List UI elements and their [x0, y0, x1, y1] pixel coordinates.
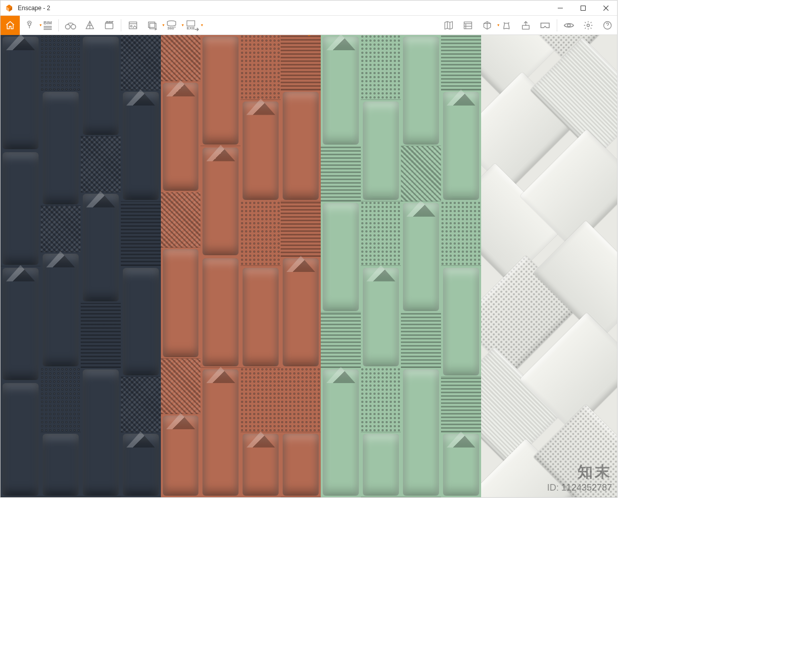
panel-sage: [321, 35, 481, 497]
manage-views-button[interactable]: ▾: [20, 16, 39, 35]
screenshot-button[interactable]: [123, 16, 143, 35]
svg-rect-9: [187, 20, 194, 25]
app-window: Enscape - 2 ▾ BIM: [0, 0, 618, 498]
close-button[interactable]: [594, 1, 617, 16]
video-button[interactable]: [99, 16, 119, 35]
bim-info-button[interactable]: BIM: [39, 16, 56, 35]
title-bar: Enscape - 2: [1, 1, 617, 16]
svg-point-2: [65, 24, 70, 29]
herringbone-pattern: [481, 35, 617, 497]
home-button[interactable]: [1, 16, 20, 35]
window-title: Enscape - 2: [18, 5, 50, 12]
svg-rect-8: [150, 23, 156, 28]
svg-rect-0: [581, 6, 585, 10]
svg-rect-5: [129, 22, 137, 28]
svg-point-14: [604, 21, 612, 29]
light-view-button[interactable]: [80, 16, 99, 35]
app-logo-icon: [5, 4, 14, 13]
settings-button[interactable]: [579, 16, 598, 35]
material-editor-button[interactable]: ▾: [478, 16, 497, 35]
pano-360-button[interactable]: 360° ▾: [162, 16, 181, 35]
watermark-id: ID: 1124352787: [547, 483, 612, 493]
chevron-down-icon[interactable]: ▾: [199, 16, 205, 35]
watermark: 知末 ID: 1124352787: [547, 462, 612, 493]
panel-navy: [1, 35, 161, 497]
binoculars-button[interactable]: [61, 16, 80, 35]
svg-point-3: [71, 24, 76, 29]
svg-point-12: [567, 24, 570, 27]
asset-library-button[interactable]: [458, 16, 478, 35]
svg-rect-4: [106, 23, 113, 28]
maximize-button[interactable]: [571, 1, 594, 16]
svg-point-13: [587, 24, 590, 26]
minimize-button[interactable]: [549, 1, 571, 16]
svg-point-6: [130, 25, 132, 27]
panel-white: [481, 35, 617, 497]
panel-terracotta: [161, 35, 321, 497]
render-viewport[interactable]: 知末 ID: 1124352787: [1, 35, 617, 497]
vr-button[interactable]: [535, 16, 555, 35]
watermark-brand: 知末: [547, 462, 612, 483]
batch-render-button[interactable]: ▾: [143, 16, 162, 35]
tile-panels: [1, 35, 617, 497]
help-button[interactable]: [598, 16, 617, 35]
visual-settings-button[interactable]: [559, 16, 579, 35]
toolbar-separator: [121, 19, 121, 31]
collapse-caret-icon[interactable]: ⌃: [307, 34, 311, 40]
toolbar-separator: [557, 19, 557, 31]
minimap-button[interactable]: [439, 16, 458, 35]
site-context-button[interactable]: [497, 16, 516, 35]
toolbar: ▾ BIM ▾ 360°: [1, 16, 617, 35]
svg-rect-11: [522, 25, 529, 29]
svg-point-1: [28, 22, 30, 25]
upload-button[interactable]: [516, 16, 535, 35]
exe-export-button[interactable]: EXE ▾: [181, 16, 200, 35]
svg-rect-10: [464, 22, 472, 28]
toolbar-separator: [58, 19, 59, 31]
svg-rect-7: [149, 22, 155, 27]
